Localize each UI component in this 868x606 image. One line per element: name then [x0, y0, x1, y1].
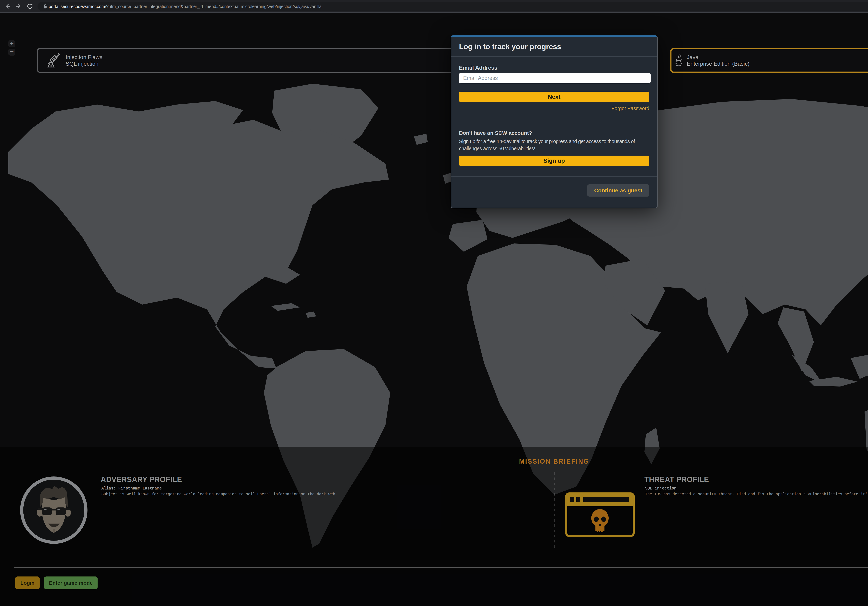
signup-heading: Don't have an SCW account? [459, 130, 532, 136]
hacked-site-icon [565, 493, 635, 539]
adversary-avatar [20, 476, 87, 544]
map-zoom-out-button[interactable]: − [8, 49, 15, 56]
quest-category: Injection Flaws [66, 54, 102, 60]
screen: portal.securecodewarrior.com/?utm_source… [0, 0, 868, 606]
language-name: Java [687, 54, 749, 60]
footer-divider [14, 567, 868, 568]
url-text: portal.securecodewarrior.com/?utm_source… [49, 4, 322, 9]
back-icon[interactable] [3, 2, 12, 11]
email-input[interactable] [459, 73, 651, 83]
url-bar[interactable]: portal.securecodewarrior.com/?utm_source… [37, 2, 868, 11]
lock-icon[interactable] [41, 2, 49, 11]
language-selector-panel[interactable]: Java Enterprise Edition (Basic) REMEMBER… [670, 48, 868, 73]
adversary-alias: Alias: Firstname Lastname [101, 486, 162, 491]
refresh-icon[interactable] [26, 2, 34, 11]
adversary-heading: ADVERSARY PROFILE [101, 475, 182, 484]
enter-game-mode-button[interactable]: Enter game mode [44, 577, 98, 589]
briefing-divider [554, 472, 555, 549]
email-label: Email Address [459, 65, 498, 71]
mission-briefing-title: MISSION BRIEFING [0, 458, 868, 465]
url-path: /?utm_source=partner-integration:mend&pa… [105, 4, 322, 9]
modal-title: Log in to track your progress [459, 42, 561, 51]
threat-heading: THREAT PROFILE [645, 475, 709, 484]
browser-toolbar: portal.securecodewarrior.com/?utm_source… [0, 0, 868, 13]
threat-name: SQL injection [645, 486, 677, 491]
continue-as-guest-button[interactable]: Continue as guest [587, 184, 649, 197]
briefing-section-shade [0, 446, 868, 606]
modal-footer-divider [451, 177, 657, 177]
language-edition: Enterprise Edition (Basic) [687, 60, 749, 67]
login-modal: Log in to track your progress Email Addr… [451, 36, 657, 208]
signup-button[interactable]: Sign up [459, 156, 649, 166]
next-button[interactable]: Next [459, 92, 649, 102]
url-domain: portal.securecodewarrior.com [49, 4, 105, 9]
modal-header: Log in to track your progress [451, 37, 657, 57]
forgot-password-link[interactable]: Forgot Password [611, 105, 649, 111]
signup-text: Sign up for a free 14-day trial to track… [459, 138, 651, 152]
quest-panel[interactable]: Injection Flaws SQL injection [37, 48, 453, 73]
login-button[interactable]: Login [15, 577, 40, 589]
quest-name: SQL injection [66, 60, 102, 67]
threat-description: The IDS has detected a security threat. … [645, 492, 868, 496]
forward-icon[interactable] [15, 2, 23, 11]
map-zoom-in-button[interactable]: + [8, 40, 15, 47]
syringe-icon [47, 53, 61, 68]
adversary-description: Subject is well-known for targeting worl… [101, 492, 338, 496]
java-icon [675, 53, 683, 67]
